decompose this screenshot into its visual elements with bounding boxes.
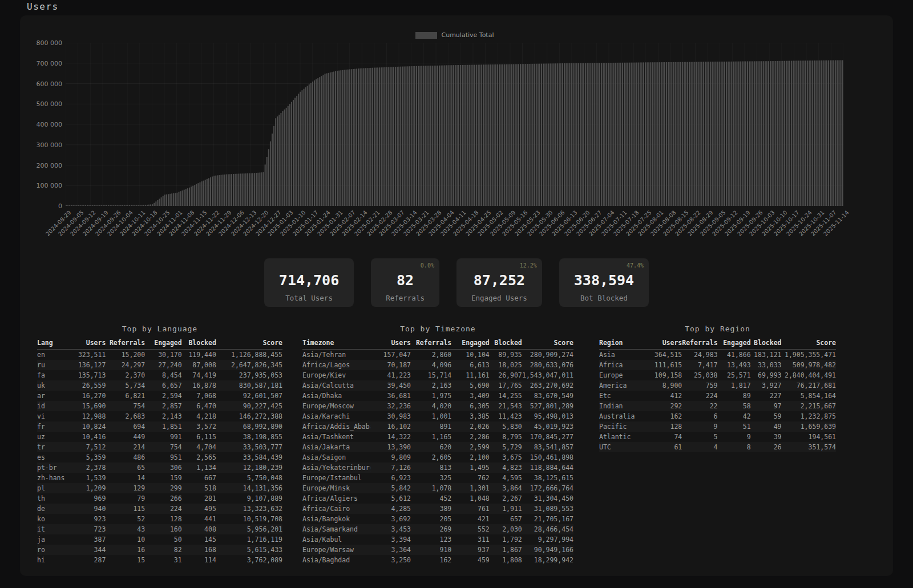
table-row: Asia/Karachi30,9831,0013,38511,42395,498…	[302, 411, 573, 421]
value-cell: 25,038	[682, 370, 717, 380]
value-cell: 3,409	[451, 391, 490, 401]
table-header-row: TimezoneUsersReferralsEngagedBlockedScor…	[302, 339, 573, 350]
row-key-cell: it	[37, 524, 69, 534]
value-cell: 1,209	[69, 483, 106, 493]
value-cell: 1,792	[490, 534, 522, 545]
value-cell: 830,587,181	[216, 380, 282, 391]
column-header: Blocked	[490, 339, 522, 350]
value-cell: 12,180,239	[216, 463, 282, 473]
value-cell: 15	[106, 555, 145, 565]
value-cell: 162	[411, 555, 451, 565]
table-row: ar16,2706,8212,5947,06892,601,507	[37, 391, 282, 401]
value-cell: 486	[106, 452, 145, 463]
value-cell: 10,824	[69, 421, 106, 432]
value-cell: 4,704	[182, 442, 216, 452]
value-cell: 51	[718, 421, 751, 432]
value-cell: 2,370	[106, 370, 145, 380]
value-cell: 441	[182, 514, 216, 524]
value-cell: 2,605	[411, 452, 451, 463]
value-cell: 205	[411, 514, 451, 524]
value-cell: 1,495	[451, 463, 490, 473]
value-cell: 31,089,553	[522, 504, 573, 514]
value-cell: 16,878	[182, 380, 216, 391]
value-cell: 1,659,639	[782, 421, 836, 432]
value-cell: 6,115	[182, 432, 216, 442]
column-header: Score	[522, 339, 573, 350]
column-header: Score	[782, 339, 836, 350]
row-key-cell: Asia/Calcutta	[302, 380, 370, 391]
value-cell: 5,842	[370, 483, 411, 493]
row-key-cell: Asia/Kabul	[302, 534, 370, 545]
value-cell: 170,845,277	[522, 432, 573, 442]
value-cell: 89	[718, 391, 751, 401]
table-row: vi12,9882,6832,1434,218146,272,388	[37, 411, 282, 421]
value-cell: 14,255	[490, 391, 522, 401]
y-tick-label: 400 000	[22, 121, 62, 128]
column-header: Engaged	[718, 339, 751, 350]
value-cell: 14,322	[370, 432, 411, 442]
stat-label: Total Users	[279, 294, 339, 302]
value-cell: 2,163	[411, 380, 451, 391]
table-row: Europe/Kiev41,22315,71411,16126,9071,543…	[302, 370, 573, 380]
value-cell: 4,285	[370, 504, 411, 514]
stat-value: 338,594	[574, 272, 634, 289]
value-cell: 16,270	[69, 391, 106, 401]
value-cell: 15,714	[411, 370, 451, 380]
value-cell: 89,935	[490, 350, 522, 360]
value-cell: 1,165	[411, 432, 451, 442]
table-row: Asia/Jakarta13,3906202,5995,72983,541,85…	[302, 442, 573, 452]
row-key-cell: Europe/Minsk	[302, 483, 370, 493]
value-cell: 18,025	[490, 360, 522, 370]
value-cell: 145	[182, 534, 216, 545]
table-row: Australia162642591,232,875	[599, 411, 836, 421]
table-row: America8,9007591,8173,92776,217,681	[599, 380, 836, 391]
column-header: Users	[647, 339, 682, 350]
value-cell: 387	[69, 534, 106, 545]
table-top-by-language: Top by Language LangUsersReferralsEngage…	[37, 325, 282, 565]
value-cell: 657	[490, 514, 522, 524]
value-cell: 813	[411, 463, 451, 473]
value-cell: 3,364	[370, 545, 411, 555]
table-row: Africa/Algiers5,6124521,0482,26731,304,4…	[302, 493, 573, 504]
value-cell: 159	[145, 473, 182, 483]
row-key-cell: en	[37, 350, 69, 360]
table-row: Etc412224892275,854,164	[599, 391, 836, 401]
column-header: Blocked	[751, 339, 782, 350]
value-cell: 28,466,454	[522, 524, 573, 534]
table-row: Africa/Addis_Ababa16,1028912,0265,83045,…	[302, 421, 573, 432]
y-tick-label: 100 000	[22, 182, 62, 189]
table-row: en323,51115,20030,170119,4401,126,888,45…	[37, 350, 282, 360]
stat-value: 714,706	[279, 272, 339, 289]
table-row: Pacific128951491,659,639	[599, 421, 836, 432]
value-cell: 26,907	[490, 370, 522, 380]
value-cell: 3,453	[370, 524, 411, 534]
value-cell: 991	[145, 432, 182, 442]
column-header: Blocked	[182, 339, 216, 350]
value-cell: 49	[751, 421, 782, 432]
row-key-cell: Asia/Yekaterinburg	[302, 463, 370, 473]
row-key-cell: Africa/Lagos	[302, 360, 370, 370]
legend-label: Cumulative Total	[442, 31, 494, 39]
value-cell: 10	[106, 534, 145, 545]
value-cell: 2,378	[69, 463, 106, 473]
chart-plot-area	[66, 43, 843, 206]
value-cell: 92,601,507	[216, 391, 282, 401]
chart-legend: Cumulative Total	[66, 31, 843, 39]
table-row: th969792662819,107,889	[37, 493, 282, 504]
value-cell: 408	[182, 524, 216, 534]
value-cell: 33,584,439	[216, 452, 282, 463]
value-cell: 5,359	[69, 452, 106, 463]
value-cell: 14,131,356	[216, 483, 282, 493]
value-cell: 82	[145, 545, 182, 555]
row-key-cell: id	[37, 401, 69, 411]
row-key-cell: de	[37, 504, 69, 514]
value-cell: 36,681	[370, 391, 411, 401]
value-cell: 12,988	[69, 411, 106, 421]
value-cell: 65	[106, 463, 145, 473]
value-cell: 162	[647, 411, 682, 421]
table-row: it723431604085,956,201	[37, 524, 282, 534]
value-cell: 5,615,433	[216, 545, 282, 555]
stat-card-total-users: 714,706 Total Users	[264, 258, 354, 307]
row-key-cell: Europe/Warsaw	[302, 545, 370, 555]
table-row: Asia/Tehran157,0472,86010,10489,935280,9…	[302, 350, 573, 360]
